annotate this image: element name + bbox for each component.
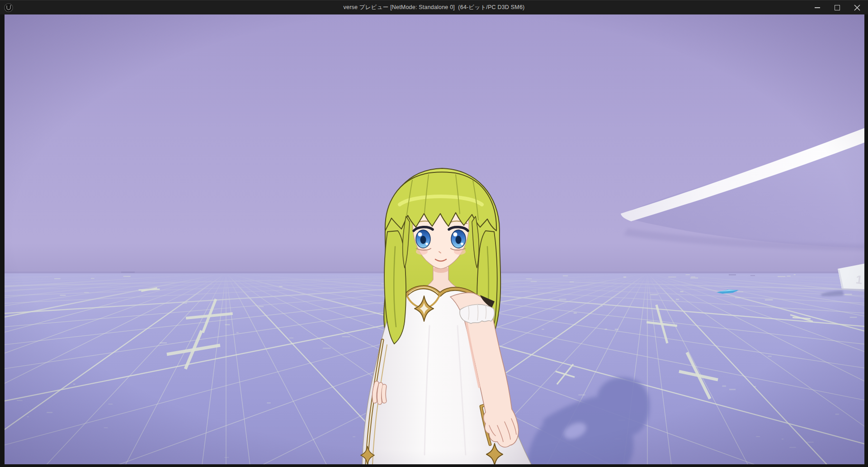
window-title: verse プレビュー [NetMode: Standalone 0] (64-…: [0, 0, 868, 15]
maximize-icon: [835, 5, 840, 10]
window-controls: [807, 0, 867, 15]
vignette: [5, 14, 864, 464]
scene-svg: 1: [5, 14, 864, 464]
titlebar[interactable]: verse プレビュー [NetMode: Standalone 0] (64-…: [0, 0, 868, 14]
minimize-button[interactable]: [807, 0, 827, 15]
app-window: { "window": { "title": "verse プレビュー [Net…: [0, 0, 868, 467]
minimize-icon: [815, 7, 820, 8]
close-button[interactable]: [847, 0, 867, 15]
maximize-button[interactable]: [827, 0, 847, 15]
unreal-engine-logo-icon[interactable]: [2, 1, 15, 14]
game-viewport[interactable]: 1: [5, 14, 864, 464]
close-icon: [854, 5, 860, 11]
